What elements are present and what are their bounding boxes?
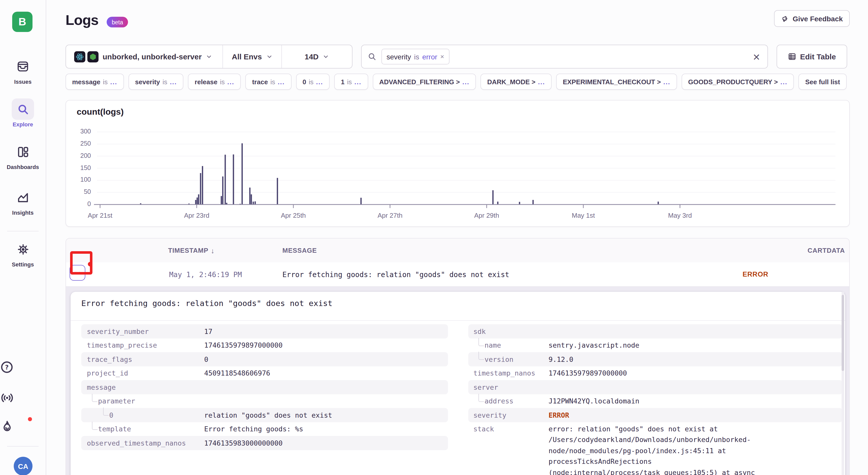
detail-scrollbar-thumb[interactable] xyxy=(842,295,844,371)
field-value: 17 xyxy=(204,324,213,338)
detail-field-sdk: sdk xyxy=(468,324,843,338)
give-feedback-label: Give Feedback xyxy=(793,14,843,23)
filter-chip-6[interactable]: ADVANCED_FILTERING >... xyxy=(373,74,476,90)
field-key: project_id xyxy=(87,366,128,380)
filter-chip-1[interactable]: severityis... xyxy=(128,74,184,90)
chevron-down-icon xyxy=(74,269,81,276)
y-axis-tick-label: 300 xyxy=(68,128,91,135)
sidebar-item-insights[interactable]: Insights xyxy=(0,187,46,216)
help-button[interactable]: ? xyxy=(0,360,46,374)
search-token-severity[interactable]: severity is error × xyxy=(381,49,449,64)
environment-selector[interactable]: All Envs xyxy=(223,45,281,68)
search-input[interactable]: severity is error × ✕ xyxy=(361,45,768,69)
detail-field-stack: stackerror: relation "goods" does not ex… xyxy=(468,422,843,475)
help-icon: ? xyxy=(0,360,14,374)
filter-chip-row: messageis...severityis...releaseis...tra… xyxy=(65,74,864,90)
field-value: 1746135979897000000 xyxy=(204,338,283,352)
detail-scrollbar[interactable] xyxy=(842,292,844,475)
x-axis-tick-label: Apr 27th xyxy=(367,212,413,219)
filter-chip-3[interactable]: traceis... xyxy=(246,74,291,90)
log-timestamp: May 1, 2:46:19 PM xyxy=(169,262,242,286)
project-selector-label: unborked, unborked-server xyxy=(102,52,202,61)
field-key: 0 xyxy=(109,408,113,422)
detail-divider xyxy=(71,320,845,321)
node-project-icon xyxy=(87,51,98,62)
chevron-down-icon xyxy=(323,53,329,60)
avatar[interactable]: CA xyxy=(14,457,32,475)
y-axis-tick-label: 50 xyxy=(68,188,91,195)
field-value: J12PWN42YQ.localdomain xyxy=(549,394,640,408)
detail-field-name: namesentry.javascript.node xyxy=(468,338,843,352)
detail-field-project_id: project_id4509118548606976 xyxy=(81,366,448,380)
stack-line: (node:internal/process/task_queues:105:5… xyxy=(549,467,755,475)
filter-chip-5[interactable]: 1is... xyxy=(334,74,368,90)
react-project-icon xyxy=(74,51,85,62)
stack-line: error: relation "goods" does not exist a… xyxy=(549,423,755,434)
field-key: timestamp_nanos xyxy=(473,366,535,380)
field-value-stack: error: relation "goods" does not exist a… xyxy=(549,423,755,475)
log-table-row[interactable]: May 1, 2:46:19 PM Error fetching goods: … xyxy=(66,262,849,287)
filter-chip-9[interactable]: GOODS_PRODUCTQUERY >... xyxy=(682,74,794,90)
date-range-selector[interactable]: 14D xyxy=(282,45,352,68)
filter-chip-8[interactable]: EXPERIMENTAL_CHECKOUT >... xyxy=(556,74,677,90)
tree-connector xyxy=(92,394,97,402)
dashboards-icon xyxy=(12,141,34,162)
field-key: address xyxy=(485,394,514,408)
edit-table-label: Edit Table xyxy=(800,52,836,61)
token-remove-icon[interactable]: × xyxy=(440,53,444,60)
detail-fields-left: severity_number17timestamp_precise174613… xyxy=(81,324,448,450)
sidebar-item-dashboards[interactable]: Dashboards xyxy=(0,141,46,170)
edit-table-button[interactable]: Edit Table xyxy=(777,45,847,69)
detail-field-timestamp_precise: timestamp_precise1746135979897000000 xyxy=(81,338,448,352)
broadcast-button[interactable] xyxy=(0,391,46,405)
column-header-cartdata[interactable]: CARTDATA xyxy=(808,239,845,262)
field-key: timestamp_precise xyxy=(87,338,157,352)
field-key: sdk xyxy=(473,324,486,338)
column-header-timestamp[interactable]: TIMESTAMP ↓ xyxy=(168,239,215,262)
page-filter-bar: unborked, unborked-server All Envs 14D xyxy=(65,45,352,69)
logs-count-chart: 050100150200250300Apr 21stApr 23rdApr 25… xyxy=(66,100,850,227)
tree-connector xyxy=(478,338,484,346)
field-value: ERROR xyxy=(549,408,569,422)
expand-row-button[interactable] xyxy=(70,265,85,281)
sidebar: B Issues Explore Dashboar xyxy=(0,0,46,475)
clear-search-icon[interactable]: ✕ xyxy=(753,45,760,69)
filter-chip-0[interactable]: messageis... xyxy=(65,74,124,90)
stack-line: /Users/codydearkland/Downloads/unborked/… xyxy=(549,434,755,445)
y-axis-tick-label: 200 xyxy=(68,152,91,159)
log-detail-title: Error fetching goods: relation "goods" d… xyxy=(81,299,333,308)
give-feedback-button[interactable]: Give Feedback xyxy=(774,10,850,27)
x-axis-tick-label: Apr 25th xyxy=(271,212,316,219)
filter-chip-4[interactable]: 0is... xyxy=(296,74,330,90)
sidebar-item-label: Explore xyxy=(0,121,46,127)
svg-text:?: ? xyxy=(5,364,9,371)
y-axis-tick-label: 0 xyxy=(68,200,91,208)
detail-field-version: version9.12.0 xyxy=(468,352,843,366)
detail-field-parameter: parameter xyxy=(81,394,448,408)
filter-chip-7[interactable]: DARK_MODE >... xyxy=(480,74,552,90)
sidebar-item-issues[interactable]: Issues xyxy=(0,56,46,85)
sidebar-item-explore[interactable]: Explore xyxy=(0,98,46,127)
tree-connector xyxy=(478,352,484,360)
project-selector[interactable]: unborked, unborked-server xyxy=(66,45,222,68)
field-key: message xyxy=(87,380,116,394)
field-key: severity xyxy=(473,408,506,422)
org-logo[interactable]: B xyxy=(12,12,32,32)
filter-chip-10[interactable]: See full list xyxy=(799,74,847,90)
sidebar-item-label: Dashboards xyxy=(0,164,46,170)
sidebar-item-settings[interactable]: Settings xyxy=(0,239,46,267)
date-range-label: 14D xyxy=(305,52,318,61)
broadcast-icon xyxy=(0,391,14,405)
field-value: 1746135979897000000 xyxy=(549,366,627,380)
token-value: error xyxy=(422,53,437,61)
detail-fields-right: sdknamesentry.javascript.nodeversion9.12… xyxy=(468,324,843,475)
field-key: stack xyxy=(473,422,494,436)
whats-new-button[interactable] xyxy=(0,419,46,433)
y-axis-tick-label: 150 xyxy=(68,164,91,171)
column-header-message[interactable]: MESSAGE xyxy=(282,239,317,262)
filter-chip-2[interactable]: releaseis... xyxy=(188,74,241,90)
log-detail-card: Error fetching goods: relation "goods" d… xyxy=(71,292,845,475)
field-key: template xyxy=(98,422,131,436)
annotation-dot xyxy=(88,262,92,266)
detail-field-server: server xyxy=(468,380,843,394)
